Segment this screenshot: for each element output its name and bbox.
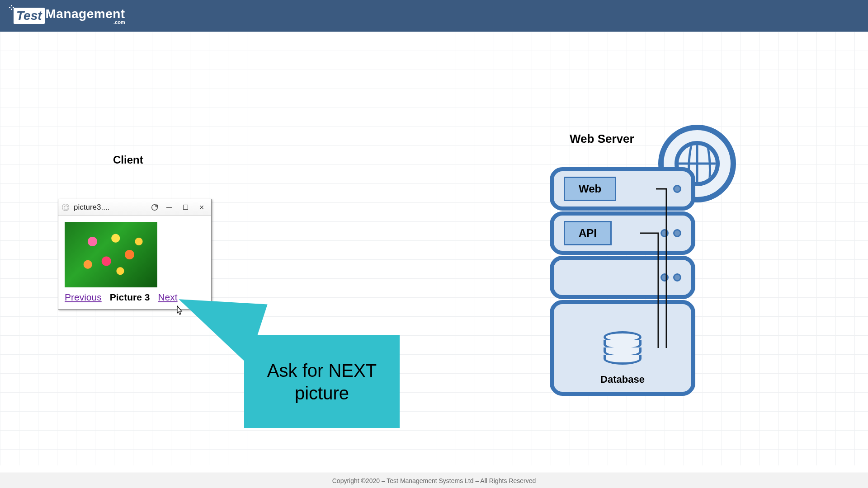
server-stack: Web API Database (550, 167, 695, 396)
callout-box: Ask for NEXT picture (244, 335, 400, 428)
server-unit-api: API (550, 211, 695, 255)
svg-point-0 (152, 204, 158, 210)
browser-titlebar: picture3.... × (58, 199, 211, 216)
client-label: Client (113, 154, 143, 166)
maximize-button[interactable] (179, 204, 191, 211)
previous-link[interactable]: Previous (65, 292, 102, 303)
database-label: Database (554, 374, 691, 385)
database-cylinder-icon (604, 331, 642, 365)
minimize-button[interactable] (163, 204, 175, 211)
close-button[interactable]: × (196, 203, 208, 211)
browser-tab-title: picture3.... (74, 203, 146, 212)
diagram-canvas: Client picture3.... × Previous Picture 3… (0, 32, 868, 465)
loading-spinner-icon (151, 203, 159, 211)
next-link[interactable]: Next (158, 292, 177, 303)
logo-boxed-text: Test (16, 9, 42, 23)
server-unit-database: Database (550, 300, 695, 396)
unit-web-label: Web (564, 177, 616, 201)
footer: Copyright ©2020 – Test Management System… (0, 473, 868, 488)
server-unit-blank (550, 256, 695, 299)
flower-image (65, 222, 157, 287)
unit-api-label: API (564, 221, 612, 245)
webserver-label: Web Server (570, 132, 634, 146)
current-picture-label: Picture 3 (110, 292, 150, 303)
logo-rest: Management (46, 7, 125, 21)
logo-boxed: Test (14, 8, 45, 24)
callout-text: Ask for NEXT picture (244, 359, 400, 404)
server-unit-web: Web (550, 167, 695, 211)
logo: Test Management .com (14, 7, 125, 25)
top-banner: Test Management .com (0, 0, 868, 32)
footer-text: Copyright ©2020 – Test Management System… (332, 477, 536, 484)
favicon-icon (62, 204, 69, 211)
